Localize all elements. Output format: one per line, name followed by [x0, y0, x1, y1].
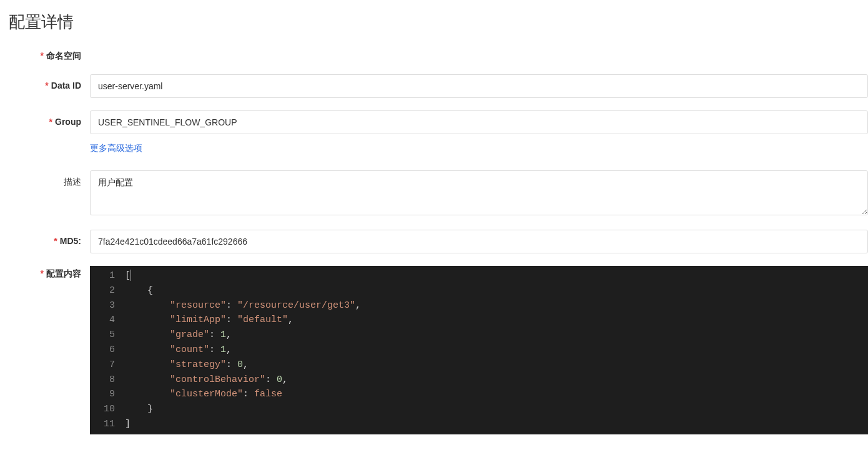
data-id-input[interactable] [90, 74, 868, 98]
row-more-options: 更多高级选项 [0, 143, 868, 154]
row-md5: *MD5: [0, 230, 868, 253]
label-data-id: *Data ID [9, 74, 90, 91]
more-advanced-link[interactable]: 更多高级选项 [90, 143, 142, 153]
row-data-id: *Data ID [0, 74, 868, 98]
page-title: 配置详情 [0, 0, 868, 44]
code-editor[interactable]: 1234567891011 [ { "resource": "/resource… [90, 266, 868, 434]
label-content: *配置内容 [9, 266, 90, 280]
editor-gutter: 1234567891011 [90, 266, 122, 434]
row-group: *Group [0, 110, 868, 134]
group-input[interactable] [90, 110, 868, 134]
row-content: *配置内容 1234567891011 [ { "resource": "/re… [0, 266, 868, 434]
editor-code[interactable]: [ { "resource": "/resource/user/get3", "… [122, 266, 868, 434]
row-description: 描述 [0, 170, 868, 217]
description-input[interactable] [90, 170, 868, 215]
label-group: *Group [9, 110, 90, 127]
row-namespace: *命名空间 [0, 44, 868, 62]
label-description: 描述 [9, 170, 90, 188]
md5-input[interactable] [90, 230, 868, 253]
label-namespace: *命名空间 [9, 44, 90, 62]
label-md5: *MD5: [9, 230, 90, 246]
